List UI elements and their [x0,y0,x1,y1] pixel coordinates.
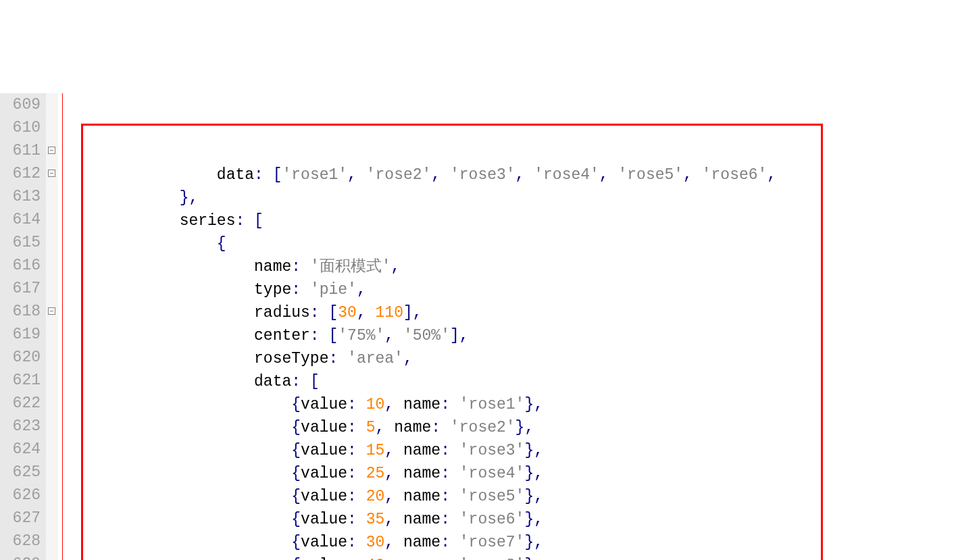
code-token: : [347,442,357,459]
code-token: 35 [366,511,385,528]
code-token: [ [328,327,338,345]
code-token [357,442,366,459]
code-line[interactable]: {value: 15, name: 'rose3'}, [68,439,958,462]
code-token: 'rose8' [459,557,525,561]
code-token: : [254,166,263,184]
code-token: ], [450,327,469,345]
fold-marker-column[interactable] [46,93,58,560]
code-token: , [384,557,394,561]
code-line[interactable]: {value: 20, name: 'rose5'}, [68,485,958,508]
code-area[interactable]: data: ['rose1', 'rose2', 'rose3', 'rose4… [68,93,958,560]
code-token [609,166,618,184]
code-token: name [384,419,431,436]
indent-guide-column [58,93,68,560]
code-token [357,557,366,561]
code-token: data [68,373,291,390]
code-token: : [310,327,320,345]
code-token: [ [254,212,263,230]
code-token: 'rose4' [459,465,525,482]
code-token [301,373,310,390]
code-line[interactable]: data: [ [68,370,958,393]
code-token [357,419,366,436]
code-token: '50%' [403,327,450,345]
code-line[interactable]: {value: 30, name: 'rose7'}, [68,531,958,554]
code-line[interactable]: {value: 35, name: 'rose6'}, [68,508,958,531]
code-token [366,304,376,322]
code-line[interactable]: radius: [30, 110], [68,301,958,324]
code-line[interactable]: name: '面积模式', [68,255,958,278]
code-token: }, [180,189,199,207]
code-line[interactable]: series: [ [68,209,958,232]
code-token: 40 [366,557,385,561]
code-token: 10 [366,396,385,413]
code-token: 'area' [347,350,403,367]
code-line[interactable]: { [68,232,958,255]
line-number: 625 [3,461,41,484]
code-token: , [376,419,385,436]
code-token [450,511,459,528]
code-token [357,166,366,184]
code-token: : [291,281,301,299]
fold-toggle-icon[interactable] [48,170,55,177]
code-line[interactable]: {value: 5, name: 'rose2'}, [68,416,958,439]
line-number: 622 [3,392,41,415]
code-token [440,166,450,184]
line-number: 609 [3,93,41,116]
code-token: 'rose2' [450,419,515,436]
line-number: 618 [3,300,41,323]
line-number: 626 [3,484,41,507]
fold-toggle-icon[interactable] [48,147,55,154]
code-token: type [68,281,291,299]
code-token: , [384,396,394,413]
code-editor[interactable]: 6096106116126136146156166176186196206216… [0,93,958,560]
line-number: 615 [3,231,41,254]
code-token: , [391,258,401,276]
code-line[interactable]: {value: 25, name: 'rose4'}, [68,462,958,485]
code-line[interactable]: type: 'pie', [68,278,958,301]
code-token: name [394,557,440,561]
code-token: 'rose3' [450,166,515,184]
code-token: name [394,465,440,482]
code-token: : [310,304,320,322]
code-token: : [431,419,440,436]
code-token: : [440,488,450,505]
code-line[interactable]: data: ['rose1', 'rose2', 'rose3', 'rose4… [68,163,958,186]
code-token: [ [310,373,320,390]
line-number: 617 [3,277,41,300]
code-line[interactable]: }, [68,186,958,209]
code-token: : [440,534,450,551]
code-token [301,258,310,276]
code-token: 'rose5' [459,488,525,505]
code-token: }, [524,511,543,528]
code-token: ], [403,304,422,322]
line-number: 624 [3,438,41,461]
code-line[interactable]: roseType: 'area', [68,347,958,370]
line-number: 611 [3,139,41,162]
code-line[interactable]: {value: 40, name: 'rose8'} [68,554,958,561]
code-token: name [394,488,440,505]
line-number: 616 [3,254,41,277]
code-token [450,557,459,561]
code-token: , [767,166,776,184]
code-token: value [301,557,347,561]
code-token: : [347,488,357,505]
code-token: , [384,442,394,459]
code-line[interactable]: center: ['75%', '50%'], [68,324,958,347]
line-number: 627 [3,507,41,530]
code-token: : [440,396,450,413]
code-token [357,511,366,528]
code-token [338,350,347,367]
code-token: : [347,465,357,482]
code-token: , [347,166,357,184]
code-line[interactable]: {value: 10, name: 'rose1'}, [68,393,958,416]
code-token: 'rose6' [459,511,525,528]
code-token [245,212,254,230]
code-token: 30 [338,304,357,322]
code-token [263,166,273,184]
code-token [450,534,459,551]
code-token [394,327,403,345]
code-token: , [384,465,394,482]
code-token: : [440,442,450,459]
fold-toggle-icon[interactable] [48,307,55,315]
line-number: 621 [3,369,41,392]
